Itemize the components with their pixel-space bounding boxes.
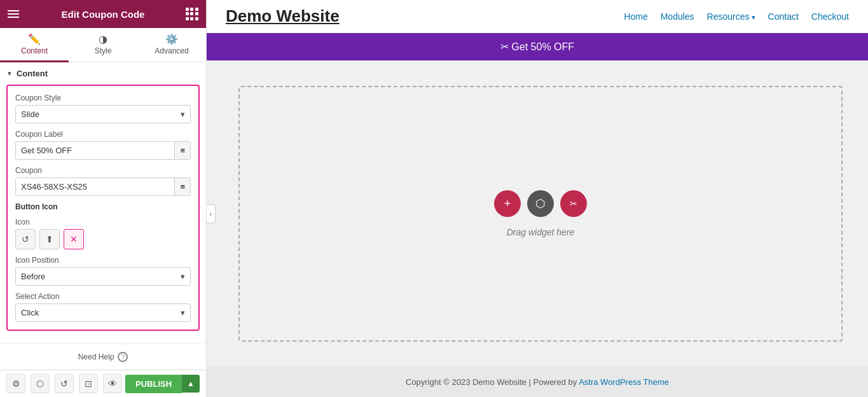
icon-position-select[interactable]: Before After: [16, 268, 176, 285]
publish-button[interactable]: PUBLISH: [125, 375, 182, 393]
left-panel: Edit Coupon Code ✏️ Content ◑ Style ⚙️ A…: [0, 0, 207, 397]
widget-btns: + ⬡ ✂: [494, 190, 587, 217]
icon-position-label: Icon Position: [15, 256, 191, 265]
select-action-row: Click Hover ▾: [15, 303, 191, 322]
coupon-field-label: Coupon: [15, 166, 191, 175]
coupon-label-input[interactable]: [16, 142, 174, 159]
tab-advanced[interactable]: ⚙️ Advanced: [137, 28, 206, 62]
apps-icon[interactable]: [186, 8, 198, 20]
style-tab-icon: ◑: [99, 33, 107, 45]
section-arrow: ▼: [6, 70, 13, 77]
need-help-text: Need Help: [78, 352, 114, 361]
site-footer: Copyright © 2023 Demo Website | Powered …: [207, 367, 868, 397]
publish-arrow-button[interactable]: ▲: [182, 375, 200, 393]
icon-remove-btn[interactable]: ✕: [64, 229, 84, 249]
tab-advanced-label: Advanced: [155, 46, 188, 55]
footer-link[interactable]: Astra WordPress Theme: [579, 377, 669, 387]
drag-text: Drag widget here: [507, 227, 575, 237]
panel-title: Edit Coupon Code: [62, 9, 145, 20]
promo-bar: ✂ Get 50% OFF: [207, 33, 868, 60]
need-help: Need Help ?: [0, 344, 206, 370]
panel-header: Edit Coupon Code: [0, 0, 206, 28]
main-content: ‹ + ⬡ ✂ Drag widget here: [207, 60, 868, 367]
panel-content: ▼ Content Coupon Style Slide Inline ▾ Co…: [0, 62, 206, 344]
coupon-label-input-row: ≡: [15, 141, 191, 160]
icon-btn-row: ↺ ⬆ ✕: [15, 229, 191, 249]
content-fields-box: Coupon Style Slide Inline ▾ Coupon Label…: [6, 85, 200, 331]
nav-contact[interactable]: Contact: [768, 11, 799, 22]
folder-widget-btn[interactable]: ⬡: [527, 190, 554, 217]
coupon-input-row: ≡: [15, 178, 191, 196]
nav-modules[interactable]: Modules: [661, 11, 694, 22]
coupon-label-label: Coupon Label: [15, 130, 191, 139]
tab-style[interactable]: ◑ Style: [69, 28, 137, 62]
tab-content[interactable]: ✏️ Content: [0, 28, 69, 62]
list-icon: ≡: [180, 146, 185, 155]
layers-icon-btn[interactable]: ⬡: [31, 374, 50, 393]
coupon-list-icon: ≡: [180, 182, 185, 192]
preview-icon-btn[interactable]: 👁: [103, 374, 122, 393]
nav-checkout[interactable]: Checkout: [811, 11, 849, 22]
coupon-style-select[interactable]: Slide Inline: [16, 106, 176, 123]
collapse-handle[interactable]: ‹: [207, 204, 216, 223]
right-panel: Demo Website Home Modules Resources Cont…: [207, 0, 868, 397]
settings-icon-btn[interactable]: ⚙: [6, 374, 25, 393]
advanced-tab-icon: ⚙️: [165, 33, 178, 45]
nav-resources[interactable]: Resources: [707, 11, 755, 22]
help-icon[interactable]: ?: [118, 352, 128, 362]
icon-position-select-row: Before After ▾: [15, 267, 191, 286]
icon-position-arrow: ▾: [176, 268, 190, 285]
promo-text: ✂ Get 50% OFF: [500, 41, 574, 52]
coupon-label-icon-btn[interactable]: ≡: [174, 142, 190, 159]
footer-text: Copyright © 2023 Demo Website | Powered …: [406, 377, 579, 387]
panel-toolbar: ⚙ ⬡ ↺ ⊡ 👁 PUBLISH ▲: [0, 370, 206, 397]
nav-home[interactable]: Home: [624, 11, 647, 22]
drag-area: + ⬡ ✂ Drag widget here: [238, 86, 843, 342]
tab-content-label: Content: [21, 46, 48, 55]
menu-icon[interactable]: [8, 8, 20, 20]
section-title: Content: [17, 69, 48, 78]
website-nav: Demo Website Home Modules Resources Cont…: [207, 0, 868, 33]
history-icon-btn[interactable]: ↺: [55, 374, 74, 393]
nav-links: Home Modules Resources Contact Checkout: [624, 11, 849, 22]
add-widget-btn[interactable]: +: [494, 190, 521, 217]
responsive-icon-btn[interactable]: ⊡: [79, 374, 98, 393]
icon-refresh-btn[interactable]: ↺: [15, 229, 36, 249]
coupon-style-dropdown-arrow: ▾: [176, 106, 190, 123]
button-icon-label: Button Icon: [15, 202, 191, 211]
content-tab-icon: ✏️: [28, 33, 41, 45]
coupon-style-label: Coupon Style: [15, 94, 191, 102]
panel-tabs: ✏️ Content ◑ Style ⚙️ Advanced: [0, 28, 206, 62]
section-header: ▼ Content: [6, 69, 200, 78]
coupon-icon-btn[interactable]: ≡: [174, 178, 190, 195]
tab-style-label: Style: [95, 46, 112, 55]
coupon-input[interactable]: [16, 178, 174, 195]
coupon-widget-btn[interactable]: ✂: [560, 190, 587, 217]
icon-label: Icon: [15, 218, 191, 226]
select-action-select[interactable]: Click Hover: [16, 304, 176, 321]
publish-group: PUBLISH ▲: [125, 375, 200, 393]
select-action-arrow: ▾: [176, 304, 190, 321]
site-title: Demo Website: [226, 6, 340, 26]
toolbar-icons: ⚙ ⬡ ↺ ⊡ 👁: [6, 374, 122, 393]
select-action-label: Select Action: [15, 292, 191, 301]
icon-upload-btn[interactable]: ⬆: [39, 229, 60, 249]
coupon-style-select-row: Slide Inline ▾: [15, 105, 191, 123]
